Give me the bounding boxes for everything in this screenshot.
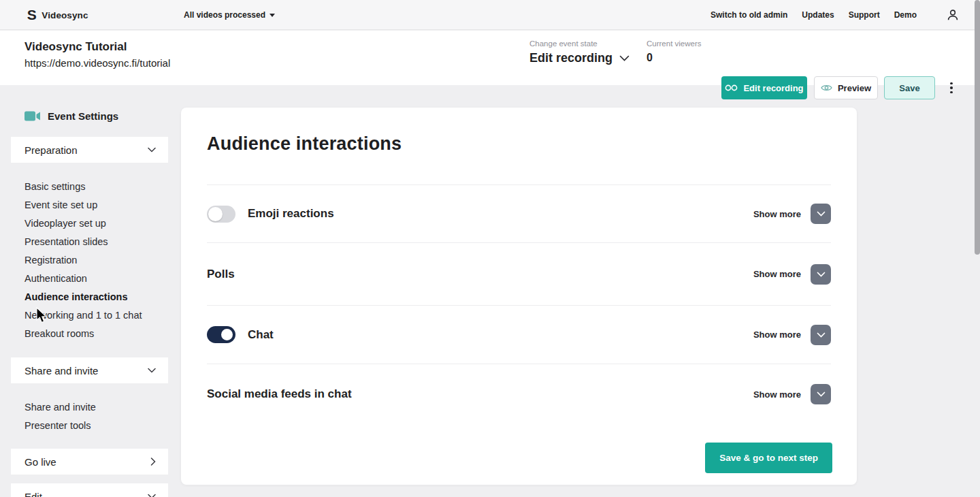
show-more-link[interactable]: Show more — [753, 209, 801, 219]
show-more-link[interactable]: Show more — [753, 330, 801, 340]
feature-row-emoji-reactions: Emoji reactions Show more — [207, 185, 831, 243]
caret-down-icon — [270, 14, 275, 17]
record-icon — [725, 84, 738, 91]
event-state-label: Change event state — [529, 39, 630, 48]
section-preparation[interactable]: Preparation — [11, 137, 168, 163]
sidebar-item-share-and-invite[interactable]: Share and invite — [24, 398, 168, 417]
save-and-next-step-button[interactable]: Save & go to next step — [705, 443, 832, 473]
expand-chevron-button[interactable] — [811, 264, 831, 285]
expand-chevron-button[interactable] — [811, 325, 831, 345]
videosync-logo-icon: S — [27, 8, 37, 22]
event-settings-title: Event Settings — [48, 110, 118, 122]
chat-toggle[interactable] — [207, 326, 235, 343]
feature-row-polls: Polls Show more — [207, 243, 831, 306]
chevron-down-icon — [817, 272, 826, 277]
feature-label: Emoji reactions — [248, 207, 334, 221]
chevron-down-icon — [817, 332, 826, 338]
chevron-down-icon — [148, 368, 156, 373]
event-state-block: Change event state Edit recording — [529, 39, 630, 65]
videosync-logo[interactable]: S Videosync — [27, 0, 88, 30]
sidebar-item-registration[interactable]: Registration — [24, 251, 168, 270]
event-url: https://demo.videosync.fi/tutorial — [24, 57, 170, 69]
brand-name: Videosync — [42, 10, 88, 20]
page-title: Audience interactions — [207, 108, 831, 155]
topbar-links: Switch to old admin Updates Support Demo — [710, 0, 960, 30]
sidebar-item-audience-interactions[interactable]: Audience interactions — [24, 288, 168, 306]
video-camera-icon — [24, 111, 41, 121]
section-go-live[interactable]: Go live — [11, 449, 168, 475]
link-demo[interactable]: Demo — [894, 10, 917, 20]
scrollbar-thumb[interactable] — [975, 0, 980, 255]
link-switch-old-admin[interactable]: Switch to old admin — [710, 10, 787, 20]
preview-button[interactable]: Preview — [814, 76, 878, 99]
current-viewers-block: Current viewers 0 — [647, 39, 702, 64]
edit-recording-button[interactable]: Edit recording — [721, 76, 807, 99]
section-edit[interactable]: Edit — [11, 483, 168, 497]
event-state-dropdown[interactable]: Edit recording — [529, 51, 630, 65]
event-settings-header: Event Settings — [24, 110, 168, 122]
sidebar: Event Settings Preparation Basic setting… — [11, 99, 168, 497]
feature-label: Chat — [248, 328, 274, 342]
save-button[interactable]: Save — [884, 76, 935, 99]
sidebar-item-basic-settings[interactable]: Basic settings — [24, 178, 168, 196]
sidebar-item-videoplayer-set-up[interactable]: Videoplayer set up — [24, 214, 168, 233]
chevron-down-icon — [148, 147, 156, 153]
top-bar: S Videosync All videos processed Switch … — [0, 0, 980, 30]
expand-chevron-button[interactable] — [811, 384, 831, 404]
link-support[interactable]: Support — [849, 10, 880, 20]
expand-chevron-button[interactable] — [811, 204, 831, 224]
feature-row-chat: Chat Show more — [207, 306, 831, 364]
share-items: Share and invite Presenter tools — [11, 398, 168, 435]
feature-label: Social media feeds in chat — [207, 387, 352, 401]
header-buttons: Edit recording Preview Save — [721, 76, 958, 99]
show-more-link[interactable]: Show more — [753, 269, 801, 279]
link-updates[interactable]: Updates — [802, 10, 834, 20]
chevron-right-icon — [150, 458, 156, 466]
preparation-items: Basic settings Event site set up Videopl… — [11, 178, 168, 343]
account-person-icon[interactable] — [946, 8, 960, 22]
chevron-down-icon — [619, 55, 630, 61]
videos-status-label: All videos processed — [184, 10, 265, 20]
audience-interactions-panel: Audience interactions Emoji reactions Sh… — [181, 108, 857, 485]
show-more-link[interactable]: Show more — [753, 389, 801, 400]
sidebar-item-authentication[interactable]: Authentication — [24, 270, 168, 288]
videos-status-dropdown[interactable]: All videos processed — [184, 0, 275, 30]
event-state-value: Edit recording — [529, 51, 612, 65]
chevron-down-icon — [148, 494, 156, 497]
feature-row-social-media-feeds: Social media feeds in chat Show more — [207, 364, 831, 424]
sidebar-item-event-site-set-up[interactable]: Event site set up — [24, 196, 168, 214]
sidebar-item-networking-1to1-chat[interactable]: Networking and 1 to 1 chat — [24, 306, 168, 325]
sidebar-item-breakout-rooms[interactable]: Breakout rooms — [24, 325, 168, 343]
sidebar-item-presentation-slides[interactable]: Presentation slides — [24, 233, 168, 251]
feature-label: Polls — [207, 268, 235, 281]
chevron-down-icon — [817, 391, 826, 397]
event-title: Videosync Tutorial — [24, 40, 170, 54]
eye-icon — [821, 84, 832, 92]
more-options-kebab-icon[interactable] — [945, 76, 958, 99]
section-share-and-invite[interactable]: Share and invite — [11, 357, 168, 383]
event-header: Videosync Tutorial https://demo.videosyn… — [0, 31, 980, 85]
sidebar-item-presenter-tools[interactable]: Presenter tools — [24, 417, 168, 435]
current-viewers-count: 0 — [647, 52, 702, 64]
event-title-block: Videosync Tutorial https://demo.videosyn… — [24, 40, 170, 69]
chevron-down-icon — [817, 211, 826, 217]
current-viewers-label: Current viewers — [647, 39, 702, 48]
emoji-reactions-toggle[interactable] — [207, 206, 235, 223]
